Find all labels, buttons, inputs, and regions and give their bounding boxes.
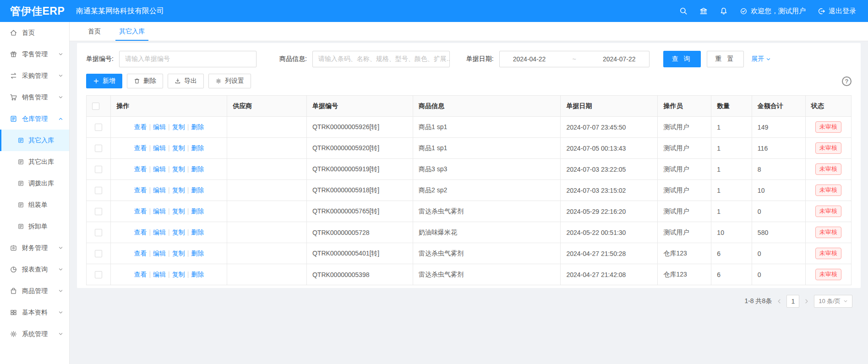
next-page-icon[interactable] [804, 299, 809, 304]
action-link-1[interactable]: 编辑 [153, 123, 166, 130]
row-checkbox[interactable] [95, 229, 102, 236]
row-checkbox[interactable] [95, 208, 102, 215]
sidebar-item-label: 其它出库 [28, 158, 54, 166]
bag-icon [10, 287, 17, 295]
action-link-3[interactable]: 删除 [191, 228, 204, 236]
bell-icon[interactable] [720, 7, 728, 15]
action-link-2[interactable]: 复制 [172, 207, 185, 215]
search-icon[interactable] [679, 7, 688, 15]
action-link-3[interactable]: 删除 [191, 123, 204, 130]
action-link-1[interactable]: 编辑 [153, 250, 166, 257]
row-operator: 测试用户 [658, 138, 711, 159]
sidebar-item-finance-mgmt[interactable]: 财务管理 [0, 237, 69, 259]
add-button[interactable]: 新增 [86, 74, 122, 88]
action-link-0[interactable]: 查看 [134, 144, 147, 152]
row-checkbox[interactable] [95, 124, 102, 131]
row-qty: 10 [711, 222, 752, 243]
action-link-0[interactable]: 查看 [134, 186, 147, 194]
page-size-select[interactable]: 10 条/页 [814, 295, 852, 308]
goods-info-input[interactable]: 请输入条码、名称、规格、型号、颜色、扩展... [312, 51, 450, 67]
bill-no-input[interactable]: 请输入单据编号 [119, 51, 257, 67]
action-link-3[interactable]: 删除 [191, 271, 204, 278]
sidebar-item-warehouse-mgmt[interactable]: 仓库管理 [0, 108, 69, 130]
sidebar-item-basic-data[interactable]: 基本资料 [0, 302, 69, 323]
row-amount: 8 [752, 159, 805, 180]
action-link-2[interactable]: 复制 [172, 271, 185, 278]
header-goods: 商品信息 [413, 96, 561, 117]
action-link-2[interactable]: 复制 [172, 123, 185, 130]
row-goods: 雷达杀虫气雾剂 [413, 264, 561, 285]
row-actions: 查看|编辑|复制|删除 [111, 138, 227, 159]
action-link-0[interactable]: 查看 [134, 228, 147, 236]
sidebar-item-disassembly-order[interactable]: 拆卸单 [0, 216, 69, 237]
sidebar-item-report-query[interactable]: 报表查询 [0, 259, 69, 280]
sidebar-item-retail-mgmt[interactable]: 零售管理 [0, 43, 69, 65]
reset-button[interactable]: 重 置 [707, 51, 744, 67]
date-separator: ~ [573, 55, 576, 63]
tab-other-inbound[interactable]: 其它入库 [119, 22, 145, 41]
row-amount: 0 [752, 201, 805, 222]
action-link-3[interactable]: 删除 [191, 165, 204, 173]
action-link-1[interactable]: 编辑 [153, 228, 166, 236]
help-icon[interactable]: ? [842, 76, 852, 86]
action-link-1[interactable]: 编辑 [153, 271, 166, 278]
action-link-3[interactable]: 删除 [191, 186, 204, 194]
sidebar-item-transfer-outbound[interactable]: 调拨出库 [0, 173, 69, 194]
sidebar-item-purchase-mgmt[interactable]: 采购管理 [0, 65, 69, 87]
action-link-2[interactable]: 复制 [172, 144, 185, 152]
action-link-0[interactable]: 查看 [134, 123, 147, 130]
row-checkbox[interactable] [95, 145, 102, 152]
column-settings-button[interactable]: 列设置 [208, 74, 251, 88]
action-separator: | [149, 271, 151, 278]
bank-icon[interactable] [699, 7, 708, 15]
export-button[interactable]: 导出 [168, 74, 204, 88]
pagination-summary: 1-8 共8条 [744, 297, 772, 305]
tab-home[interactable]: 首页 [88, 22, 101, 41]
row-checkbox[interactable] [95, 166, 102, 173]
sidebar-item-goods-mgmt[interactable]: 商品管理 [0, 280, 69, 302]
action-link-0[interactable]: 查看 [134, 271, 147, 278]
action-link-3[interactable]: 删除 [191, 207, 204, 215]
action-link-1[interactable]: 编辑 [153, 165, 166, 173]
sidebar-item-system-mgmt[interactable]: 系统管理 [0, 323, 69, 345]
action-link-3[interactable]: 删除 [191, 250, 204, 257]
logout-button[interactable]: 退出登录 [818, 7, 856, 16]
action-link-0[interactable]: 查看 [134, 207, 147, 215]
sidebar-item-sales-mgmt[interactable]: 销售管理 [0, 87, 69, 108]
sidebar-item-assembly-order[interactable]: 组装单 [0, 194, 69, 216]
row-checkbox[interactable] [95, 271, 102, 278]
sidebar-item-other-inbound[interactable]: 其它入库 [0, 130, 69, 151]
sidebar-item-home[interactable]: 首页 [0, 22, 69, 43]
grid-icon [10, 309, 17, 316]
welcome-user-menu[interactable]: 欢迎您，测试用户 [740, 7, 806, 16]
action-link-1[interactable]: 编辑 [153, 207, 166, 215]
table-row: 查看|编辑|复制|删除QTRK00000005728奶油味爆米花2024-05-… [87, 222, 852, 243]
row-checkbox[interactable] [95, 187, 102, 194]
row-qty: 1 [711, 117, 752, 138]
search-button[interactable]: 查 询 [663, 51, 701, 67]
date-range-picker[interactable]: 2024-04-22 ~ 2024-07-22 [499, 51, 650, 67]
page-number-1[interactable]: 1 [786, 295, 799, 308]
sidebar-menu: 首页零售管理采购管理销售管理仓库管理其它入库其它出库调拨出库组装单拆卸单财务管理… [0, 22, 70, 364]
action-link-2[interactable]: 复制 [172, 228, 185, 236]
header-date: 单据日期 [561, 96, 658, 117]
action-link-1[interactable]: 编辑 [153, 186, 166, 194]
tab-bar: 首页 其它入库 [70, 22, 868, 41]
delete-button[interactable]: 删除 [127, 74, 163, 88]
action-link-0[interactable]: 查看 [134, 250, 147, 257]
action-separator: | [149, 186, 151, 194]
action-link-2[interactable]: 复制 [172, 165, 185, 173]
action-link-0[interactable]: 查看 [134, 165, 147, 173]
expand-toggle[interactable]: 展开 [751, 55, 771, 63]
action-link-3[interactable]: 删除 [191, 144, 204, 152]
sidebar-item-other-outbound[interactable]: 其它出库 [0, 151, 69, 173]
action-link-2[interactable]: 复制 [172, 250, 185, 257]
bill-date-label: 单据日期: [466, 55, 494, 63]
header-supplier: 供应商 [227, 96, 307, 117]
row-supplier [227, 117, 307, 138]
select-all-checkbox[interactable] [92, 103, 99, 110]
action-link-2[interactable]: 复制 [172, 186, 185, 194]
prev-page-icon[interactable] [776, 299, 782, 304]
row-checkbox[interactable] [95, 250, 102, 257]
action-link-1[interactable]: 编辑 [153, 144, 166, 152]
